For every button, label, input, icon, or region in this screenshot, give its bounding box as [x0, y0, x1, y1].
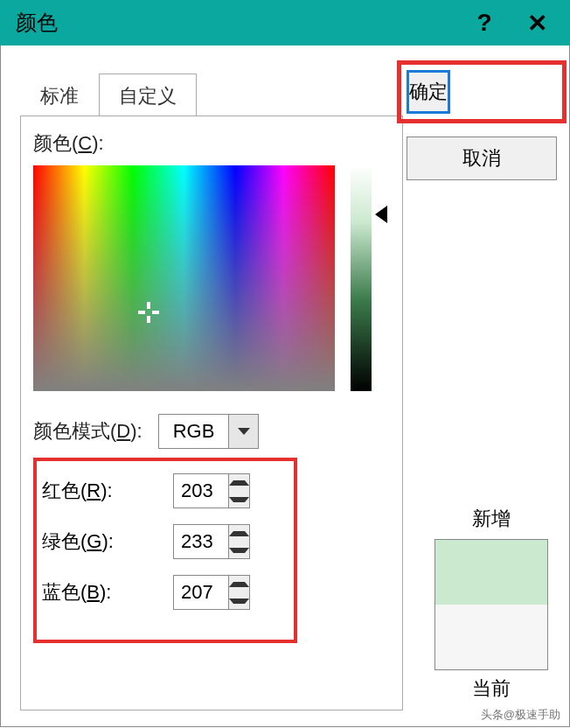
arrow-down-icon	[229, 548, 249, 553]
lightness-slider[interactable]	[351, 165, 372, 391]
ok-button[interactable]: 确定	[407, 70, 450, 114]
new-color-label: 新增	[426, 506, 557, 532]
watermark: 头条@极速手助	[481, 707, 560, 723]
green-down-button[interactable]	[229, 542, 249, 558]
color-preview: 新增 当前	[426, 506, 557, 709]
tab-standard[interactable]: 标准	[20, 74, 99, 119]
cancel-button[interactable]: 取消	[407, 136, 557, 180]
ok-highlight: 确定	[397, 60, 567, 123]
red-label: 红色(R):	[42, 478, 173, 504]
arrow-down-icon	[229, 497, 249, 502]
arrow-up-icon	[229, 480, 249, 486]
side-buttons: 确定 取消	[407, 70, 557, 180]
preview-swatch	[434, 539, 548, 670]
dialog-body: 标准 自定义 颜色(C): 颜色模式(D): RGB	[0, 46, 570, 727]
lightness-handle-icon[interactable]	[375, 206, 387, 223]
color-mode-label: 颜色模式(D):	[33, 418, 142, 444]
red-input[interactable]	[174, 474, 228, 508]
blue-label: 蓝色(B):	[42, 579, 173, 606]
red-up-button[interactable]	[229, 474, 249, 491]
green-input[interactable]	[174, 525, 228, 558]
color-mode-value: RGB	[159, 420, 229, 443]
titlebar: 颜色 ? ✕	[0, 0, 570, 46]
green-stepper[interactable]	[173, 524, 250, 559]
colors-label: 颜色(C):	[33, 130, 390, 157]
chevron-down-icon	[238, 428, 250, 435]
tabs: 标准 自定义	[20, 74, 197, 119]
arrow-up-icon	[229, 531, 249, 536]
blue-up-button[interactable]	[229, 576, 249, 592]
dropdown-button[interactable]	[228, 415, 258, 448]
green-label: 绿色(G):	[42, 528, 173, 555]
red-down-button[interactable]	[229, 491, 249, 508]
green-up-button[interactable]	[229, 525, 249, 542]
red-stepper[interactable]	[173, 473, 250, 508]
rgb-input-group: 红色(R): 绿色(G):	[33, 458, 297, 643]
crosshair-icon	[138, 302, 159, 323]
close-button[interactable]: ✕	[511, 0, 563, 46]
arrow-up-icon	[229, 582, 249, 587]
blue-input[interactable]	[174, 576, 228, 609]
arrow-down-icon	[229, 598, 249, 604]
color-field[interactable]	[33, 165, 335, 391]
blue-down-button[interactable]	[229, 592, 249, 609]
color-mode-select[interactable]: RGB	[158, 414, 260, 449]
new-color-swatch	[435, 540, 547, 605]
current-color-swatch	[435, 605, 547, 669]
current-color-label: 当前	[426, 676, 557, 702]
window-title: 颜色	[16, 9, 58, 37]
tab-panel-custom: 颜色(C): 颜色模式(D): RGB	[20, 116, 403, 710]
tab-custom[interactable]: 自定义	[99, 74, 197, 119]
help-button[interactable]: ?	[458, 0, 511, 46]
blue-stepper[interactable]	[173, 575, 250, 610]
